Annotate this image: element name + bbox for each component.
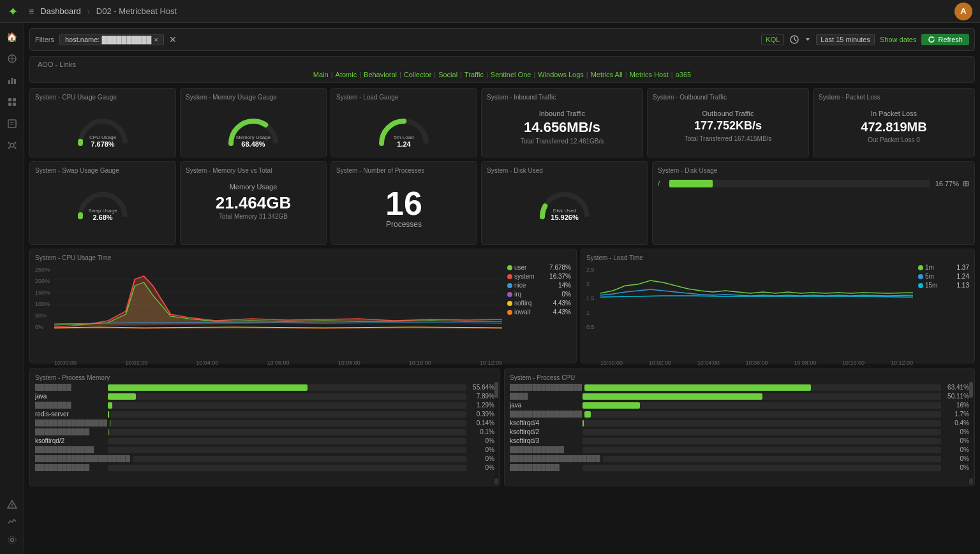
aoo-link-collector[interactable]: Collector xyxy=(404,71,431,78)
aoo-link-sentinel[interactable]: Sentinel One xyxy=(491,71,531,78)
memory-total-panel: System - Memory Use vs Total Memory Usag… xyxy=(180,161,327,245)
process-cpu-row-5: ksoftirqd/2 0% xyxy=(510,428,969,435)
memory-gauge-svg: Memory Usage 68.48% xyxy=(221,108,285,147)
svg-rect-7 xyxy=(13,98,16,101)
process-cpu-scroll-thumb[interactable] xyxy=(969,382,973,398)
refresh-label: Refresh xyxy=(938,36,963,43)
aoo-link-traffic[interactable]: Traffic xyxy=(464,71,484,78)
close-icon[interactable]: ✕ xyxy=(169,34,177,45)
packet-loss-panel: System - Packet Loss In Packet Loss 472.… xyxy=(813,88,975,157)
cpu-chart-svg xyxy=(54,266,502,330)
kql-button[interactable]: KQL xyxy=(761,34,784,45)
time-select[interactable]: Last 15 minutes xyxy=(816,34,875,45)
show-dates-button[interactable]: Show dates xyxy=(880,36,916,43)
process-memory-row-6: ksoftirqd/2 0% xyxy=(35,437,494,444)
breadcrumb-path: D02 - Metricbeat Host xyxy=(96,6,177,16)
outbound-content: Outbound Traffic 177.752KB/s Total Trans… xyxy=(653,103,803,149)
aoo-link-atomic[interactable]: Atomic xyxy=(336,71,357,78)
disk-usage-panel: System - Disk Usage / 16.77% ⊞ xyxy=(652,161,975,245)
filter-bar: Filters host.name: ██████████ × ✕ KQL La… xyxy=(29,28,975,51)
refresh-icon xyxy=(928,36,935,43)
processes-panel: System - Number of Processes 16 Processe… xyxy=(330,161,477,245)
load-gauge-svg: 5m Load 1.24 xyxy=(372,108,436,147)
memory-total-content: Memory Usage 21.464GB Total Memory 31.34… xyxy=(186,177,321,226)
outbound-title: System - Outbound Traffic xyxy=(653,94,803,101)
filter-chip[interactable]: host.name: ██████████ × xyxy=(59,34,164,45)
processes-content: 16 Processes xyxy=(336,177,471,239)
load-gauge-panel: System - Load Gauge 5m Load 1.24 xyxy=(330,88,477,157)
aoo-link-social[interactable]: Social xyxy=(438,71,457,78)
process-cpu-scrollbar[interactable] xyxy=(969,382,973,485)
cpu-time-title: System - CPU Usage Time xyxy=(35,254,571,261)
process-cpu-row-8: ████████████████████ 0% xyxy=(510,455,969,462)
inbound-value: 14.656MB/s xyxy=(489,120,635,135)
avatar[interactable]: A xyxy=(954,3,972,20)
disk-expand-icon[interactable]: ⊞ xyxy=(963,179,969,188)
process-memory-row-8: █████████████████████ 0% xyxy=(35,455,494,462)
svg-line-25 xyxy=(794,40,796,41)
disk-bar-fill xyxy=(669,180,713,187)
aoo-link-main[interactable]: Main xyxy=(313,71,329,78)
processes-title: System - Number of Processes xyxy=(336,167,471,174)
process-cpu-scroll-end[interactable] xyxy=(969,478,973,485)
load-gauge-container: 5m Load 1.24 xyxy=(336,103,471,152)
swap-gauge-title: System - Swap Usage Gauge xyxy=(35,167,170,174)
aoo-link-o365[interactable]: o365 xyxy=(676,71,691,78)
svg-point-17 xyxy=(14,147,16,149)
hamburger-icon[interactable]: ≡ xyxy=(29,6,34,17)
process-memory-row-2: ████████ 1.29% xyxy=(35,402,494,409)
process-memory-scroll-thumb[interactable] xyxy=(494,382,498,398)
disk-bar-bg xyxy=(669,180,930,187)
sidebar-icon-discover[interactable] xyxy=(3,50,21,68)
process-row: System - Process Memory ████████ 55.64% … xyxy=(29,368,975,486)
aoo-link-metrics-all[interactable]: Metrics All xyxy=(591,71,623,78)
svg-rect-5 xyxy=(14,79,16,84)
aoo-link-behavioral[interactable]: Behavioral xyxy=(364,71,397,78)
process-memory-scroll-end[interactable] xyxy=(494,478,498,485)
sidebar-icon-ml[interactable] xyxy=(3,136,21,154)
svg-text:Disk Used: Disk Used xyxy=(553,208,576,214)
sidebar-icon-alerts[interactable] xyxy=(3,495,21,513)
svg-rect-6 xyxy=(8,98,11,101)
inbound-sub: Total Transferred 12.461GB/s xyxy=(489,138,635,145)
svg-text:Memory Usage: Memory Usage xyxy=(236,135,271,140)
svg-text:1.24: 1.24 xyxy=(397,140,411,147)
memory-total-title: System - Memory Use vs Total xyxy=(186,167,321,174)
app-logo: ✦ xyxy=(8,4,19,19)
disk-bar-pct: 16.77% xyxy=(933,180,959,187)
disk-used-container: Disk Used 15.926% xyxy=(487,177,642,225)
sidebar-icon-canvas[interactable] xyxy=(3,115,21,133)
svg-point-14 xyxy=(8,142,10,144)
process-memory-title: System - Process Memory xyxy=(35,374,494,381)
disk-bar-row: / 16.77% ⊞ xyxy=(658,179,969,188)
aoo-link-metrics-host[interactable]: Metrics Host xyxy=(630,71,669,78)
legend-item-iowait: iowait 4.43% xyxy=(507,309,571,316)
outbound-panel: System - Outbound Traffic Outbound Traff… xyxy=(647,88,809,157)
process-cpu-row-7: ████████████ 0% xyxy=(510,446,969,453)
legend-item-softirq: softirq 4.43% xyxy=(507,300,571,307)
svg-rect-9 xyxy=(13,103,16,106)
processes-sub: Processes xyxy=(339,220,469,229)
svg-point-16 xyxy=(8,147,10,149)
process-memory-scrollbar[interactable] xyxy=(494,382,498,485)
sidebar-icon-settings[interactable] xyxy=(3,531,21,549)
aoo-link-winlogs[interactable]: Windows Logs xyxy=(538,71,584,78)
sidebar-icon-visualize[interactable] xyxy=(3,71,21,89)
process-cpu-row-1: ████ 50.11% xyxy=(510,393,969,400)
filter-chip-close[interactable]: × xyxy=(154,36,158,43)
content-area: Filters host.name: ██████████ × ✕ KQL La… xyxy=(24,23,980,554)
load-legend: 1m 1.37 5m 1.24 15m 1.13 xyxy=(918,264,969,363)
chevron-down-icon[interactable] xyxy=(805,36,811,43)
svg-point-13 xyxy=(10,143,14,147)
sidebar-icon-home[interactable]: 🏠 xyxy=(3,28,21,46)
refresh-button[interactable]: Refresh xyxy=(921,34,969,45)
sidebar-icon-monitoring[interactable] xyxy=(3,513,21,531)
process-memory-row-3: redis-server 0.39% xyxy=(35,411,494,418)
svg-point-15 xyxy=(14,142,16,144)
top-bar-right: A xyxy=(954,3,972,20)
sidebar-icon-dashboard[interactable] xyxy=(3,93,21,111)
swap-gauge-container: Swap Usage 2.68% xyxy=(35,177,170,225)
disk-usage-title: System - Disk Usage xyxy=(658,167,969,174)
process-memory-panel: System - Process Memory ████████ 55.64% … xyxy=(29,368,500,486)
breadcrumb-home[interactable]: Dashboard xyxy=(40,6,81,16)
